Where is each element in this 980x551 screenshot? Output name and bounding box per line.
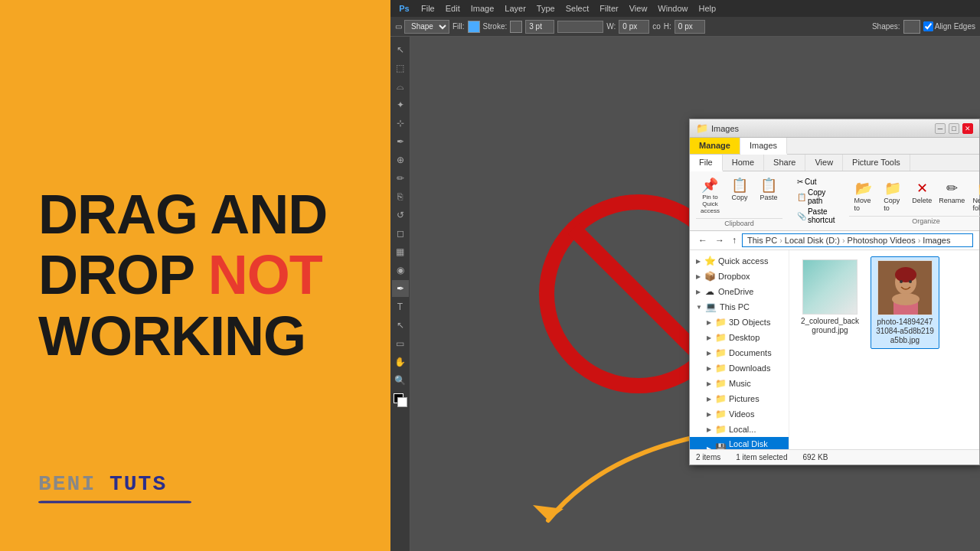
up-button[interactable]: ↑ [730,234,739,246]
tool-dodge[interactable]: ◉ [392,262,409,279]
tab-share[interactable]: Share [764,155,805,171]
copy-path-button[interactable]: 📋 Copy path [795,187,838,206]
menu-type[interactable]: Type [532,2,560,15]
tool-brush[interactable]: ✏ [392,170,409,187]
cut-label: Cut [805,178,817,186]
tool-crop[interactable]: ⊹ [392,115,409,132]
tool-text[interactable]: T [392,298,409,315]
tool-eyedropper[interactable]: ✒ [392,133,409,150]
file-item-photo[interactable]: photo-1489424731084-a5d8b219a5bb.jpg [871,256,939,349]
stroke-label: Stroke: [483,22,508,31]
shapes-preview[interactable] [903,20,920,34]
file-explorer-window: 📁 Images ─ □ ✕ Manage Images File Home S… [689,119,980,465]
bc-images[interactable]: Images [923,236,950,245]
tree-item-local-disk-d[interactable]: ▶ 💾 Local Disk (D:) [690,437,789,449]
tool-gradient[interactable]: ▦ [392,243,409,260]
menu-view[interactable]: View [625,2,652,15]
forward-button[interactable]: → [713,234,727,246]
tab-home[interactable]: Home [723,155,764,171]
this-pc-label: This PC [720,302,750,311]
menu-image[interactable]: Image [466,2,499,15]
stroke-input[interactable] [525,20,554,34]
back-button[interactable]: ← [696,234,710,246]
delete-button[interactable]: ✕ Delete [908,178,936,214]
tool-zoom[interactable]: 🔍 [392,372,409,389]
move-to-button[interactable]: 📂 Move to [849,178,877,214]
ps-toolbar-bar: ▭ Shape Fill: Stroke: W: co H: Shapes: A… [390,17,980,37]
tree-item-dropbox[interactable]: ▶ 📦 Dropbox [690,269,789,284]
tool-eraser[interactable]: ◻ [392,225,409,242]
logo-area: BENI TUTS [38,471,191,505]
menu-filter[interactable]: Filter [595,2,622,15]
bc-this-pc[interactable]: This PC [747,236,777,245]
tool-pen[interactable]: ✒ [392,280,409,297]
tool-spot-heal[interactable]: ⊕ [392,152,409,168]
tool-hand[interactable]: ✋ [392,354,409,370]
ps-menubar: Ps File Edit Image Layer Type Select Fil… [390,0,980,17]
chevron-icon: ▶ [696,289,701,295]
folder-icon: 📁 [715,363,726,373]
tab-picture-tools[interactable]: Picture Tools [843,155,910,171]
path-input[interactable] [557,21,603,33]
menu-edit[interactable]: Edit [441,2,465,15]
tool-path-select[interactable]: ↖ [392,317,409,334]
maximize-button[interactable]: □ [949,123,959,134]
minimize-button[interactable]: ─ [935,123,946,134]
h-input[interactable] [675,20,705,34]
copy-button[interactable]: 📋 Copy [726,174,753,217]
copy-path-icon: 📋 [797,193,806,201]
tree-item-desktop[interactable]: ▶ 📁 Desktop [690,330,789,345]
copy-to-button[interactable]: 📁 Copy to [879,178,906,214]
tool-clone[interactable]: ⎘ [392,188,409,205]
tree-item-downloads[interactable]: ▶ 📁 Downloads [690,360,789,376]
file-item-gradient[interactable]: 2_coloured_background.jpg [795,256,864,349]
tree-item-documents[interactable]: ▶ 📁 Documents [690,345,789,360]
cut-button[interactable]: ✂ Cut [795,177,838,187]
menu-help[interactable]: Help [694,2,720,15]
fill-color[interactable] [468,21,480,33]
tree-item-pictures[interactable]: ▶ 📁 Pictures [690,391,789,406]
bc-ps-videos[interactable]: Photoshop Videos [848,236,916,245]
menu-select[interactable]: Select [561,2,594,15]
align-edges-checkbox[interactable] [923,21,933,31]
tab-images[interactable]: Images [740,138,787,155]
co-label: co [652,22,661,31]
menu-file[interactable]: File [416,2,439,15]
breadcrumb[interactable]: This PC › Local Disk (D:) › Photoshop Vi… [742,233,973,247]
tool-marquee[interactable]: ⬚ [392,60,409,77]
tool-lasso[interactable]: ⌓ [392,78,409,95]
paste-shortcut-icon: 📎 [797,212,806,220]
tree-item-quick-access[interactable]: ▶ ⭐ Quick access [690,253,789,269]
tree-item-this-pc[interactable]: ▼ 💻 This PC [690,299,789,315]
tab-manage[interactable]: Manage [690,138,740,154]
menu-layer[interactable]: Layer [500,2,531,15]
paste-label: Paste [760,194,777,201]
stroke-color[interactable] [510,21,522,33]
tree-item-local-hidden[interactable]: ▶ 📁 Local... [690,422,789,437]
tab-file[interactable]: File [690,155,723,171]
rename-button[interactable]: ✏ Rename [937,178,966,214]
tab-view[interactable]: View [805,155,843,171]
tool-shape[interactable]: ▭ [392,335,409,352]
tree-item-music[interactable]: ▶ 📁 Music [690,376,789,391]
tree-item-videos[interactable]: ▶ 📁 Videos [690,406,789,422]
w-input[interactable] [619,20,649,34]
tree-item-3dobjects[interactable]: ▶ 📁 3D Objects [690,315,789,330]
close-button[interactable]: ✕ [962,123,973,134]
dropbox-icon: 📦 [704,271,715,282]
fe-titlebar: 📁 Images ─ □ ✕ [690,119,979,138]
paste-shortcut-button[interactable]: 📎 Paste shortcut [795,207,838,225]
tool-history-brush[interactable]: ↺ [392,207,409,223]
color-swatch[interactable] [394,393,407,407]
menu-window[interactable]: Window [653,2,692,15]
pin-to-quick-access-button[interactable]: 📌 Pin to Quickaccess [696,174,724,217]
shape-select[interactable]: Shape [404,20,449,34]
tool-move[interactable]: ↖ [392,41,409,58]
tool-magic-wand[interactable]: ✦ [392,96,409,113]
paste-button[interactable]: 📋 Paste [755,174,782,217]
new-folder-button[interactable]: 📁 New folder [968,178,980,214]
tree-item-onedrive[interactable]: ▶ ☁ OneDrive [690,284,789,299]
this-pc-icon: 💻 [706,302,717,312]
fe-addressbar: ← → ↑ This PC › Local Disk (D:) › Photos… [690,231,979,250]
bc-local-disk[interactable]: Local Disk (D:) [785,236,840,245]
